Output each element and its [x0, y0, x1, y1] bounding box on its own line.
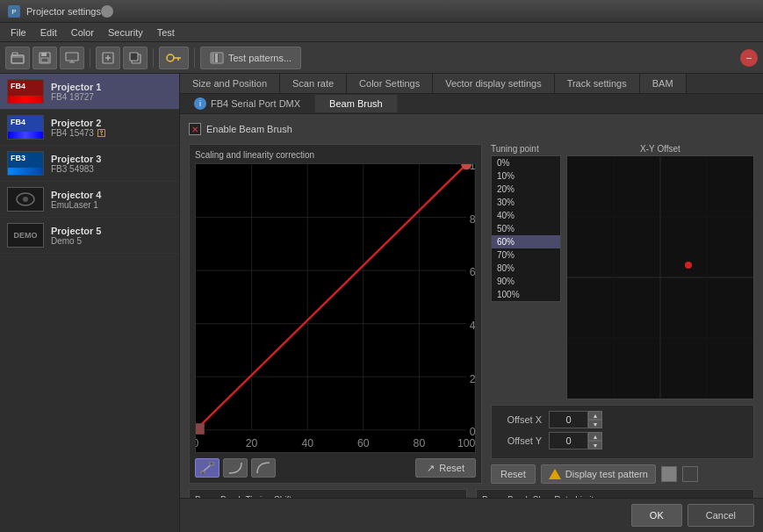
copy-button[interactable]	[123, 47, 148, 69]
toolbar: Test patterns... –	[0, 42, 763, 74]
tuning-item-90[interactable]: 90%	[492, 275, 560, 288]
enable-row: ✕ Enable Beam Brush	[189, 123, 754, 135]
svg-text:40: 40	[470, 320, 475, 332]
offset-y-input[interactable]	[549, 432, 588, 449]
test-patterns-button[interactable]: Test patterns...	[200, 47, 301, 69]
key-icon: ⚿	[97, 128, 106, 138]
linear-btn[interactable]	[195, 458, 220, 478]
tuning-item-100[interactable]: 100%	[492, 288, 560, 301]
projector-2-thumb: FB4	[7, 115, 44, 140]
sidebar-item-projector-2[interactable]: FB4 Projector 2 FB4 15473 ⚿	[0, 110, 179, 146]
svg-text:60: 60	[470, 266, 475, 278]
xy-dot	[685, 262, 692, 269]
close-button[interactable]	[101, 5, 113, 18]
cancel-button[interactable]: Cancel	[687, 504, 754, 527]
xy-display[interactable]	[566, 155, 754, 399]
tuning-list: 0% 10% 20% 30% 40% 50% 60% 70% 80% 90% 1	[491, 155, 561, 302]
save-button[interactable]	[32, 47, 57, 69]
tab-track-settings[interactable]: Track settings	[555, 74, 640, 93]
offset-x-row: Offset X ▲ ▼	[500, 411, 745, 428]
menu-file[interactable]: File	[4, 23, 33, 42]
menu-test[interactable]: Test	[150, 23, 182, 42]
test-patterns-icon	[210, 52, 224, 64]
curve-right-btn[interactable]	[251, 458, 276, 478]
enable-checkbox[interactable]: ✕	[189, 123, 201, 135]
projector-3-name: Projector 3	[51, 154, 172, 164]
svg-text:100: 100	[470, 164, 475, 172]
offset-y-down[interactable]: ▼	[588, 441, 602, 449]
new-button[interactable]	[96, 47, 120, 69]
projector-2-name: Projector 2	[51, 118, 172, 128]
offset-y-spinner: ▲ ▼	[588, 432, 602, 449]
tuning-item-60[interactable]: 60%	[492, 235, 560, 248]
xy-col: X-Y Offset	[566, 144, 754, 399]
tuning-item-50[interactable]: 50%	[492, 222, 560, 235]
color-swatch-white[interactable]	[661, 466, 677, 482]
offset-x-down[interactable]: ▼	[588, 420, 602, 428]
tuning-item-30[interactable]: 30%	[492, 196, 560, 209]
monitor-button[interactable]	[60, 47, 84, 69]
panel-content: ✕ Enable Beam Brush Scaling and linearit…	[180, 114, 763, 498]
svg-rect-5	[41, 53, 47, 56]
tab-bam[interactable]: BAM	[640, 74, 687, 93]
key-button[interactable]	[159, 47, 189, 69]
projector-1-thumb: FB4	[7, 79, 44, 104]
sidebar-item-projector-4[interactable]: Projector 4 EmuLaser 1	[0, 182, 179, 218]
graph-reset-label: Reset	[439, 463, 464, 473]
svg-text:80: 80	[414, 437, 426, 449]
offset-x-up[interactable]: ▲	[588, 411, 602, 420]
svg-rect-3	[12, 53, 18, 55]
right-reset-button[interactable]: Reset	[491, 464, 536, 484]
offset-y-up[interactable]: ▲	[588, 432, 602, 441]
svg-text:0: 0	[196, 437, 198, 449]
offset-x-input[interactable]	[549, 411, 588, 428]
tuning-item-80[interactable]: 80%	[492, 262, 560, 275]
sidebar: FB4 Projector 1 FB4 18727 FB4 Projector …	[0, 74, 180, 532]
tuning-item-0[interactable]: 0%	[492, 156, 560, 169]
graph-controls: ↗ Reset	[195, 458, 476, 478]
sidebar-item-projector-3[interactable]: FB3 Projector 3 FB3 54983	[0, 146, 179, 182]
sliders-section: Beam Brush Timing Shift 0 ▲ ▼	[189, 489, 754, 498]
tab-color-settings[interactable]: Color Settings	[347, 74, 433, 93]
ok-button[interactable]: OK	[631, 504, 682, 527]
sidebar-item-projector-1[interactable]: FB4 Projector 1 FB4 18727	[0, 74, 179, 110]
tuning-item-10[interactable]: 10%	[492, 169, 560, 183]
svg-rect-6	[41, 58, 48, 62]
menu-bar: File Edit Color Security Test	[0, 23, 763, 42]
svg-rect-14	[215, 54, 218, 62]
close-main-button[interactable]: –	[740, 49, 758, 67]
right-controls: Reset Display test pattern	[491, 464, 754, 484]
graph-reset-button[interactable]: ↗ Reset	[415, 458, 476, 478]
svg-rect-15	[219, 54, 222, 62]
sub-tab-fb4-label: FB4 Serial Port DMX	[211, 98, 300, 109]
svg-text:80: 80	[470, 213, 475, 226]
svg-rect-10	[130, 53, 138, 61]
svg-rect-13	[212, 54, 214, 62]
projector-1-id: FB4 18727	[51, 92, 172, 102]
menu-security[interactable]: Security	[101, 23, 150, 42]
tab-vector-display[interactable]: Vector display settings	[433, 74, 554, 93]
tuning-item-70[interactable]: 70%	[492, 248, 560, 262]
color-swatch-dark[interactable]	[682, 466, 698, 482]
window-title: Projector settings	[26, 6, 101, 17]
sidebar-item-projector-5[interactable]: DEMO Projector 5 Demo 5	[0, 218, 179, 254]
curve-left-btn[interactable]	[223, 458, 248, 478]
svg-text:40: 40	[301, 437, 313, 449]
projector-3-id: FB3 54983	[51, 164, 172, 174]
menu-edit[interactable]: Edit	[33, 23, 64, 42]
sub-tab-beam-brush[interactable]: Beam Brush	[315, 95, 398, 112]
sub-tab-fb4-dmx[interactable]: i FB4 Serial Port DMX	[180, 94, 315, 113]
toolbar-separator	[90, 48, 90, 68]
tab-size-position[interactable]: Size and Position	[180, 74, 280, 93]
projector-3-thumb: FB3	[7, 151, 44, 176]
tuning-item-40[interactable]: 40%	[492, 209, 560, 222]
tab-scan-rate[interactable]: Scan rate	[280, 74, 347, 93]
svg-text:P: P	[11, 8, 16, 16]
projector-5-thumb: DEMO	[7, 223, 44, 248]
projector-4-thumb	[7, 187, 44, 212]
menu-color[interactable]: Color	[64, 23, 101, 42]
tuning-item-20[interactable]: 20%	[492, 183, 560, 196]
display-test-button[interactable]: Display test pattern	[541, 464, 656, 484]
open-button[interactable]	[5, 47, 30, 69]
projector-4-info: Projector 4 EmuLaser 1	[51, 190, 172, 210]
